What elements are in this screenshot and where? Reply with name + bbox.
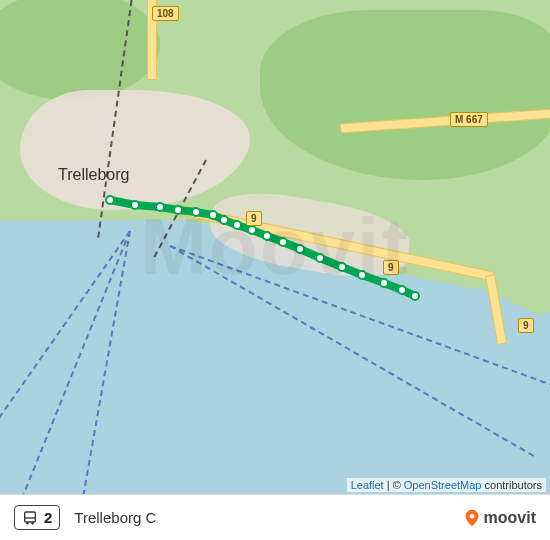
road-shield-m667: M 667 — [450, 112, 488, 127]
route-stop[interactable] — [192, 208, 200, 216]
route-stop[interactable] — [380, 279, 388, 287]
road-shield-108: 108 — [152, 6, 179, 21]
leaflet-link[interactable]: Leaflet — [351, 479, 384, 491]
route-stop[interactable] — [411, 292, 419, 300]
road-shield-9: 9 — [246, 211, 262, 226]
brand-text: moovit — [484, 509, 536, 527]
map-attribution: Leaflet | © OpenStreetMap contributors — [347, 478, 546, 492]
map-canvas[interactable]: Trelleborg 108 M 667 9 9 9 Moovit Leafle… — [0, 0, 550, 494]
route-stop[interactable] — [209, 211, 217, 219]
svg-point-3 — [31, 522, 33, 524]
attrib-suffix: contributors — [481, 479, 542, 491]
svg-point-4 — [469, 513, 474, 518]
attrib-sep: | © — [384, 479, 404, 491]
map-container[interactable]: Trelleborg 108 M 667 9 9 9 Moovit Leafle… — [0, 0, 550, 494]
pin-icon — [465, 509, 479, 527]
city-label: Trelleborg — [58, 166, 129, 184]
route-stop[interactable] — [174, 206, 182, 214]
route-stop[interactable] — [233, 221, 241, 229]
route-stop[interactable] — [398, 286, 406, 294]
road-shield-9: 9 — [518, 318, 534, 333]
line-number: 2 — [44, 509, 52, 526]
svg-point-2 — [26, 522, 28, 524]
destination-label: Trelleborg C — [74, 509, 156, 526]
osm-link[interactable]: OpenStreetMap — [404, 479, 482, 491]
route-stop[interactable] — [316, 254, 324, 262]
road-shield-9: 9 — [383, 260, 399, 275]
route-stop[interactable] — [131, 201, 139, 209]
route-stop[interactable] — [106, 196, 114, 204]
bus-icon — [22, 510, 38, 526]
route-stop[interactable] — [220, 216, 228, 224]
bus-route-overlay — [0, 0, 550, 494]
svg-rect-0 — [25, 512, 36, 522]
route-stop[interactable] — [358, 271, 366, 279]
route-stop[interactable] — [279, 238, 287, 246]
route-stop[interactable] — [338, 263, 346, 271]
line-badge: 2 — [14, 505, 60, 530]
route-footer: 2 Trelleborg C moovit — [0, 494, 550, 540]
moovit-brand: moovit — [465, 509, 536, 527]
route-stop[interactable] — [156, 203, 164, 211]
route-stop[interactable] — [248, 226, 256, 234]
route-stop[interactable] — [296, 245, 304, 253]
route-stop[interactable] — [263, 232, 271, 240]
